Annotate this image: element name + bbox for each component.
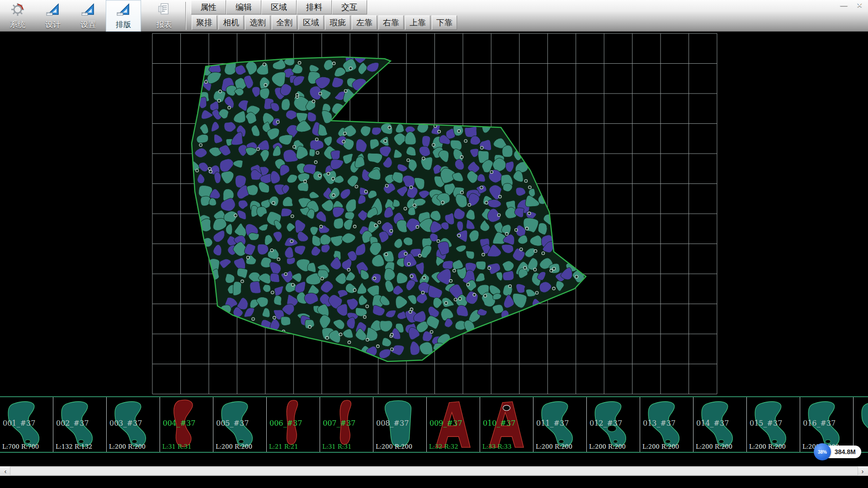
menu-tab-interact[interactable]: 交互 <box>332 0 367 14</box>
set-square-icon <box>116 2 131 19</box>
app-button-design[interactable]: 设计 <box>35 0 71 32</box>
menu-tab-nest[interactable]: 排料 <box>297 0 332 14</box>
tool-button-snap-left[interactable]: 左靠 <box>352 15 377 30</box>
tool-button-camera[interactable]: 相机 <box>218 15 244 30</box>
menu-tab-region[interactable]: 区域 <box>261 0 297 14</box>
piece-thumbnail-016_#37[interactable]: 016_#37L:200 R:200 <box>800 397 854 452</box>
piece-thumbnail-006_#37[interactable]: 006_#37L:21 R:21 <box>267 397 320 452</box>
horizontal-scrollbar[interactable]: ‹ › <box>0 466 868 476</box>
piece-thumbnail-002_#37[interactable]: 002_#37L:132 R:132 <box>53 397 107 452</box>
set-square-icon <box>81 2 95 19</box>
progress-circle: 38% <box>814 443 831 460</box>
app-button-label: 设计 <box>45 19 61 30</box>
piece-counts: L:132 R:132 <box>56 443 92 450</box>
piece-thumbnail-011_#37[interactable]: 011_#37L:200 R:200 <box>533 397 587 452</box>
piece-name: 013_#37 <box>643 419 675 427</box>
progress-percent: 38% <box>818 450 827 455</box>
piece-counts: L:31 R:31 <box>162 443 191 450</box>
tool-button-cluster-nest[interactable]: 聚排 <box>192 15 217 30</box>
piece-thumbnail-013_#37[interactable]: 013_#37L:200 R:200 <box>640 397 693 452</box>
piece-thumbnail-pos-17[interactable] <box>854 397 868 452</box>
app-button-nesting[interactable]: 排版 <box>106 0 141 32</box>
piece-thumbnail-005_#37[interactable]: 005_#37L:200 R:200 <box>213 397 267 452</box>
piece-thumbnail-strip: 001_#37L:700 R:700002_#37L:132 R:132003_… <box>0 396 868 453</box>
nesting-drawing <box>0 32 868 396</box>
piece-name: 016_#37 <box>803 419 835 427</box>
piece-counts: L:200 R:200 <box>749 443 786 450</box>
app-button-settings[interactable]: 设置 <box>71 0 106 32</box>
piece-name: 001_#37 <box>3 419 35 427</box>
piece-name: 006_#37 <box>269 419 302 427</box>
toolbar-divider <box>185 2 186 30</box>
piece-counts: L:33 R:33 <box>482 443 511 450</box>
piece-name: 012_#37 <box>590 419 622 427</box>
piece-counts: L:21 R:21 <box>269 443 298 450</box>
app-button-label: 排版 <box>116 19 131 30</box>
app-button-label: 设置 <box>80 19 96 30</box>
set-square-icon <box>46 2 60 19</box>
gear-icon <box>10 2 25 19</box>
piece-name: 002_#37 <box>56 419 89 427</box>
tool-button-snap-right[interactable]: 右靠 <box>378 15 404 30</box>
piece-name: 003_#37 <box>109 419 142 427</box>
piece-thumbnail-008_#37[interactable]: 008_#37L:200 R:200 <box>373 397 427 452</box>
piece-counts: L:200 R:200 <box>109 443 146 450</box>
piece-name: 014_#37 <box>696 419 729 427</box>
piece-counts: L:200 R:200 <box>376 443 412 450</box>
scroll-left-icon[interactable]: ‹ <box>1 466 10 476</box>
piece-name: 015_#37 <box>750 419 782 427</box>
tool-button-snap-down[interactable]: 下靠 <box>432 15 457 30</box>
window-controls: — ✕ <box>840 1 863 10</box>
tool-button-snap-up[interactable]: 上靠 <box>405 15 430 30</box>
piece-counts: L:200 R:200 <box>696 443 732 450</box>
piece-counts: L:200 R:200 <box>642 443 679 450</box>
report-icon <box>157 2 171 19</box>
tool-button-bar: 聚排相机选割全割区域瑕疵左靠右靠上靠下靠 <box>192 15 457 30</box>
close-icon[interactable]: ✕ <box>857 1 863 10</box>
piece-counts: L:31 R:31 <box>322 443 351 450</box>
piece-thumbnail-009_#37[interactable]: 009_#37L:32 R:32 <box>427 397 480 452</box>
piece-thumbnail-010_#37[interactable]: 010_#37L:33 R:33 <box>480 397 533 452</box>
app-toolbar: 系统设计设置排版报表 <box>0 0 182 32</box>
nesting-canvas[interactable] <box>0 32 868 396</box>
tool-button-select-cut[interactable]: 选割 <box>245 15 270 30</box>
ribbon-toolbar: 系统设计设置排版报表 属性编辑区域排料交互 聚排相机选割全割区域瑕疵左靠右靠上靠… <box>0 0 868 32</box>
menu-tab-properties[interactable]: 属性 <box>191 0 226 14</box>
tool-button-cut-all[interactable]: 全割 <box>272 15 297 30</box>
piece-name: 009_#37 <box>429 419 462 427</box>
piece-thumbnail-014_#37[interactable]: 014_#37L:200 R:200 <box>693 397 747 452</box>
piece-name: 007_#37 <box>323 419 355 427</box>
app-button-report[interactable]: 报表 <box>146 0 182 32</box>
scrollbar-thumb[interactable] <box>10 467 858 475</box>
piece-name: 011_#37 <box>536 419 569 427</box>
piece-name: 005_#37 <box>216 419 249 427</box>
piece-counts: L:200 R:200 <box>536 443 572 450</box>
scroll-right-icon[interactable]: › <box>858 466 867 476</box>
tool-button-region[interactable]: 区域 <box>298 15 324 30</box>
app-button-label: 报表 <box>156 19 172 30</box>
piece-name: 004_#37 <box>163 419 195 427</box>
piece-counts: L:200 R:200 <box>216 443 252 450</box>
piece-name: 010_#37 <box>483 419 515 427</box>
piece-thumbnail-012_#37[interactable]: 012_#37L:200 R:200 <box>587 397 640 452</box>
piece-thumbnail-003_#37[interactable]: 003_#37L:200 R:200 <box>107 397 160 452</box>
piece-counts: L:32 R:32 <box>429 443 458 450</box>
piece-counts: L:700 R:700 <box>2 443 39 450</box>
piece-name: 008_#37 <box>376 419 409 427</box>
tool-button-defect[interactable]: 瑕疵 <box>325 15 350 30</box>
piece-thumbnail-004_#37[interactable]: 004_#37L:31 R:31 <box>160 397 213 452</box>
piece-thumbnail-015_#37[interactable]: 015_#37L:200 R:200 <box>747 397 800 452</box>
piece-thumbnail-001_#37[interactable]: 001_#37L:700 R:700 <box>0 397 53 452</box>
menu-tab-edit[interactable]: 编辑 <box>226 0 261 14</box>
minimize-icon[interactable]: — <box>840 1 848 10</box>
piece-thumbnail-007_#37[interactable]: 007_#37L:31 R:31 <box>320 397 373 452</box>
piece-counts: L:200 R:200 <box>589 443 626 450</box>
menu-tab-bar: 属性编辑区域排料交互 <box>191 0 367 14</box>
app-button-label: 系统 <box>10 19 25 30</box>
app-button-system[interactable]: 系统 <box>0 0 35 32</box>
piece-shape <box>854 397 868 453</box>
